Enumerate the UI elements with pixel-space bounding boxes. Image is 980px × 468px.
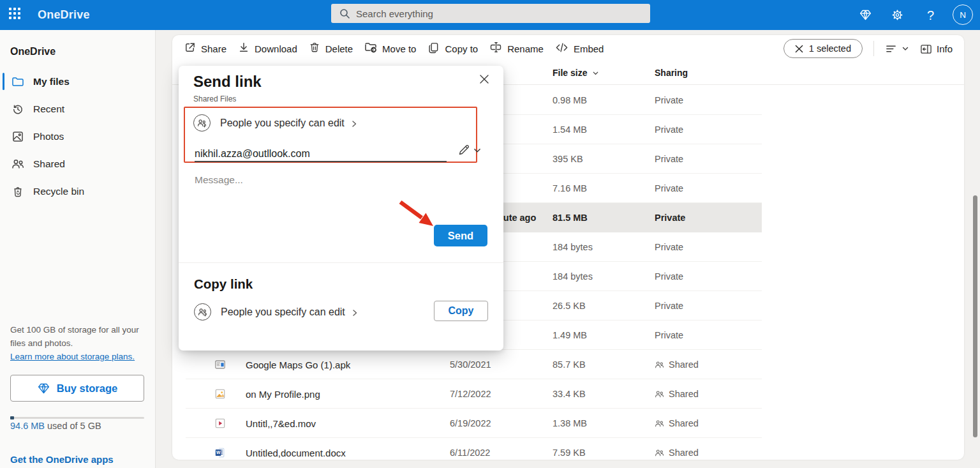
help-question-icon[interactable]: ? bbox=[924, 8, 937, 22]
search-placeholder: Search everything bbox=[356, 8, 433, 19]
sharing-status-label: Shared bbox=[669, 359, 699, 370]
recent-icon bbox=[11, 103, 24, 116]
copy-permission-people-icon[interactable] bbox=[194, 303, 211, 321]
sharing-status-label: Private bbox=[655, 154, 683, 164]
file-row[interactable]: Google Maps Go (1).apk 5/30/2021 85.7 KB… bbox=[172, 350, 964, 379]
sidebar-nav: My files Recent Photos Shared Recycle bi… bbox=[0, 68, 155, 205]
file-row[interactable]: W Untitled,document.docx 6/11/2022 7.59 … bbox=[172, 438, 964, 460]
download-icon bbox=[238, 42, 249, 56]
file-name-cell: Google Maps Go (1).apk bbox=[246, 350, 437, 379]
toolbar-action-button[interactable]: Delete bbox=[309, 42, 353, 56]
storage-quota-used bbox=[10, 416, 14, 419]
storage-plans-link[interactable]: Learn more about storage plans. bbox=[10, 352, 135, 361]
toolbar-action-label: Move to bbox=[382, 43, 416, 54]
file-sharing-cell: Private bbox=[655, 321, 762, 350]
nav-item-label: Shared bbox=[33, 158, 65, 170]
sidebar-nav-item[interactable]: My files bbox=[0, 68, 155, 95]
clear-selection-pill[interactable]: 1 selected bbox=[783, 39, 863, 58]
sidebar-nav-item[interactable]: Shared bbox=[0, 150, 155, 177]
toolbar-action-button[interactable]: Share bbox=[184, 42, 226, 56]
toolbar-action-button[interactable]: Download bbox=[238, 42, 297, 56]
storage-promo-line1: Get 100 GB of storage for all your bbox=[10, 325, 139, 335]
chevron-right-icon bbox=[351, 309, 359, 317]
file-name-cell: Untitled,document.docx bbox=[246, 438, 437, 460]
send-button[interactable]: Send bbox=[434, 225, 487, 246]
buy-storage-button[interactable]: Buy storage bbox=[10, 375, 144, 402]
buy-storage-label: Buy storage bbox=[57, 382, 117, 395]
sharing-header-label: Sharing bbox=[655, 68, 688, 78]
toolbar-action-label: Embed bbox=[574, 43, 604, 54]
app-launcher-waffle-icon[interactable] bbox=[9, 8, 23, 22]
permission-people-icon[interactable] bbox=[193, 114, 211, 132]
info-pane-button[interactable]: Info bbox=[920, 43, 953, 55]
file-sharing-cell: Private bbox=[655, 86, 762, 115]
column-header-file-size[interactable]: File size bbox=[553, 68, 599, 78]
file-row[interactable]: on My Profile.png 7/12/2022 33.4 KB Shar… bbox=[172, 379, 964, 409]
file-modified-cell: 5/30/2021 bbox=[450, 350, 558, 379]
toolbar-divider bbox=[873, 41, 874, 56]
file-sharing-cell: Shared bbox=[655, 379, 762, 409]
chevron-down-icon bbox=[902, 45, 909, 52]
copy-to-icon bbox=[427, 42, 440, 56]
dialog-subtitle: Shared Files bbox=[193, 94, 236, 103]
file-size-cell: 1.49 MB bbox=[553, 321, 648, 350]
file-size-cell: 7.16 MB bbox=[553, 174, 648, 203]
folder-icon bbox=[11, 75, 24, 88]
vertical-scrollbar-thumb[interactable] bbox=[973, 195, 977, 437]
get-onedrive-apps-link[interactable]: Get the OneDrive apps bbox=[10, 454, 114, 465]
file-sharing-cell: Shared bbox=[655, 438, 762, 460]
file-row[interactable]: Untitl,,7&ed.mov 6/19/2022 1.38 MB Share… bbox=[172, 409, 964, 438]
toolbar-action-button[interactable]: Embed bbox=[555, 41, 604, 57]
sharing-status-label: Private bbox=[655, 213, 685, 223]
copy-link-section-title: Copy link bbox=[194, 276, 253, 292]
move-to-icon bbox=[364, 41, 377, 56]
sidebar-nav-item[interactable]: Recycle bin bbox=[0, 177, 155, 205]
permission-setting-row[interactable]: People you specify can edit bbox=[220, 117, 358, 129]
sidebar-nav-item[interactable]: Recent bbox=[0, 95, 155, 123]
delete-icon bbox=[309, 42, 320, 56]
people-icon bbox=[11, 158, 24, 170]
sort-dropdown[interactable] bbox=[885, 43, 909, 55]
storage-usage-suffix: used of 5 GB bbox=[45, 421, 101, 431]
sharing-status-label: Shared bbox=[669, 448, 699, 458]
sidebar-nav-item[interactable]: Photos bbox=[0, 123, 155, 150]
premium-diamond-icon[interactable] bbox=[859, 8, 872, 22]
dialog-section-divider bbox=[179, 262, 503, 263]
dialog-close-button[interactable] bbox=[476, 71, 493, 87]
message-input[interactable]: Message... bbox=[195, 174, 243, 186]
photos-icon bbox=[11, 130, 24, 143]
shared-people-icon bbox=[655, 419, 664, 428]
storage-promo-line2: files and photos. bbox=[10, 338, 73, 348]
sharing-status-label: Private bbox=[655, 271, 683, 282]
recipient-email-input[interactable]: nikhil.azza@outllook.com bbox=[195, 148, 310, 160]
column-header-sharing[interactable]: Sharing bbox=[655, 68, 688, 78]
send-link-dialog: Send link Shared Files People you specif… bbox=[179, 66, 503, 351]
account-avatar[interactable]: N bbox=[953, 4, 973, 25]
file-size-cell: 85.7 KB bbox=[553, 350, 648, 379]
copy-link-button[interactable]: Copy bbox=[434, 301, 488, 321]
file-size-cell: 26.5 KB bbox=[553, 291, 648, 321]
rename-icon bbox=[489, 41, 502, 56]
sharing-status-label: Shared bbox=[669, 418, 699, 428]
storage-usage-text: 94.6 MB used of 5 GB bbox=[10, 421, 101, 431]
toolbar-action-button[interactable]: Move to bbox=[364, 41, 416, 56]
nav-item-label: My files bbox=[33, 76, 70, 87]
toolbar-action-button[interactable]: Rename bbox=[489, 41, 544, 56]
file-sharing-cell: Shared bbox=[655, 350, 762, 379]
file-sharing-cell: Private bbox=[655, 291, 762, 321]
suite-top-bar: OneDrive Search everything ? N bbox=[0, 0, 980, 30]
toolbar-action-label: Delete bbox=[325, 43, 353, 54]
edit-pencil-icon[interactable] bbox=[457, 144, 470, 156]
share-icon bbox=[184, 42, 196, 56]
toolbar-actions: Share Download Delete Move to Copy to Re… bbox=[184, 41, 604, 57]
toolbar-action-button[interactable]: Copy to bbox=[427, 42, 478, 56]
file-sharing-cell: Private bbox=[655, 115, 762, 144]
copy-permission-setting-row[interactable]: People you specify can edit bbox=[221, 306, 359, 318]
file-sharing-cell: Private bbox=[655, 232, 762, 262]
shared-people-icon bbox=[655, 389, 664, 399]
search-input[interactable]: Search everything bbox=[331, 4, 650, 23]
settings-gear-icon[interactable] bbox=[891, 8, 904, 22]
dialog-title: Send link bbox=[193, 73, 262, 91]
recipient-chevron-down-icon[interactable] bbox=[473, 146, 482, 155]
file-sharing-cell: Private bbox=[655, 262, 762, 291]
